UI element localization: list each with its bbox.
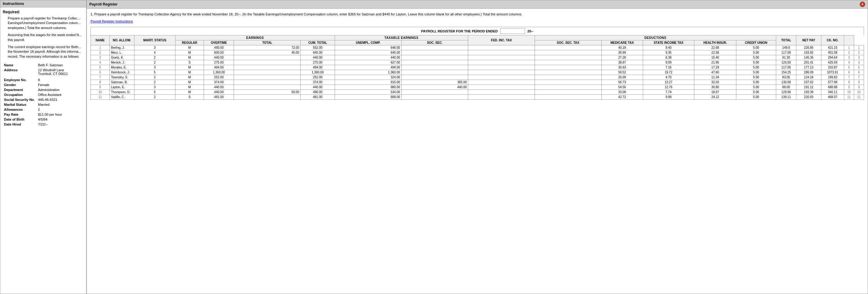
cell-r1-c8[interactable] — [335, 45, 401, 50]
input-r1-c10[interactable] — [469, 46, 533, 49]
cell-r8-c6[interactable] — [234, 80, 301, 84]
input-r1-c9[interactable] — [403, 46, 467, 49]
input-r4-c8[interactable] — [336, 61, 400, 64]
input-r9-c9[interactable] — [403, 85, 467, 89]
input-r9-c11[interactable] — [536, 85, 600, 89]
cell-r10-c8[interactable] — [335, 89, 401, 95]
cell-r2-c11[interactable] — [535, 50, 602, 55]
input-r2-c10[interactable] — [469, 51, 533, 54]
input-r5-c8[interactable] — [336, 66, 400, 69]
input-r4-c10[interactable] — [469, 61, 533, 64]
input-r6-c6[interactable] — [235, 71, 299, 74]
input-r7-c11[interactable] — [536, 76, 600, 79]
cell-r1-c6[interactable] — [234, 45, 301, 50]
input-r6-c11[interactable] — [536, 71, 600, 74]
input-r11-c10[interactable] — [469, 95, 533, 99]
cell-r5-c8[interactable] — [335, 65, 401, 70]
cell-r3-c8[interactable] — [335, 55, 401, 60]
input-r7-c8[interactable] — [336, 76, 400, 79]
input-r6-c8[interactable] — [336, 71, 400, 74]
cell-r6-c11[interactable] — [535, 70, 602, 75]
input-r7-c10[interactable] — [469, 76, 533, 79]
input-r11-c8[interactable] — [336, 95, 400, 99]
cell-r3-c6[interactable] — [234, 55, 301, 60]
cell-r6-c10[interactable] — [468, 70, 535, 75]
input-r1-c6[interactable] — [235, 46, 299, 49]
cell-r7-c6[interactable] — [234, 75, 301, 80]
cell-r4-c8[interactable] — [335, 60, 401, 65]
input-r10-c6[interactable] — [235, 90, 299, 94]
input-r3-c9[interactable] — [403, 56, 467, 59]
cell-r4-c6[interactable] — [234, 60, 301, 65]
input-r1-c11[interactable] — [536, 46, 600, 49]
input-r2-c6[interactable] — [235, 51, 299, 54]
cell-r5-c11[interactable] — [535, 65, 602, 70]
cell-r3-c9[interactable] — [401, 55, 468, 60]
cell-r8-c10[interactable] — [468, 80, 535, 84]
input-r2-c8[interactable] — [336, 51, 400, 54]
input-r10-c11[interactable] — [536, 90, 600, 94]
cell-r8-c8[interactable] — [335, 80, 401, 84]
cell-r7-c8[interactable] — [335, 75, 401, 80]
cell-r4-c11[interactable] — [535, 60, 602, 65]
cell-r9-c11[interactable] — [535, 84, 602, 89]
input-r7-c9[interactable] — [403, 76, 467, 79]
cell-r2-c9[interactable] — [401, 50, 468, 55]
cell-r3-c11[interactable] — [535, 55, 602, 60]
cell-r5-c10[interactable] — [468, 65, 535, 70]
input-r8-c9[interactable] — [403, 80, 467, 84]
cell-r1-c9[interactable] — [401, 45, 468, 50]
cell-r3-c10[interactable] — [468, 55, 535, 60]
cell-r11-c10[interactable] — [468, 95, 535, 99]
cell-r10-c11[interactable] — [535, 89, 602, 95]
input-r8-c11[interactable] — [536, 80, 600, 84]
input-r4-c6[interactable] — [235, 61, 299, 64]
cell-r8-c11[interactable] — [535, 80, 602, 84]
cell-r5-c6[interactable] — [234, 65, 301, 70]
cell-r9-c6[interactable] — [234, 84, 301, 89]
cell-r11-c8[interactable] — [335, 95, 401, 99]
input-r5-c9[interactable] — [403, 66, 467, 69]
cell-r11-c9[interactable] — [401, 95, 468, 99]
input-r9-c6[interactable] — [235, 85, 299, 89]
cell-r10-c10[interactable] — [468, 89, 535, 95]
input-r6-c9[interactable] — [403, 71, 467, 74]
input-r8-c6[interactable] — [235, 80, 299, 84]
input-r11-c11[interactable] — [536, 95, 600, 99]
cell-r8-c9[interactable] — [401, 80, 468, 84]
cell-r4-c9[interactable] — [401, 60, 468, 65]
input-r5-c6[interactable] — [235, 66, 299, 69]
input-r3-c8[interactable] — [336, 56, 400, 59]
input-r9-c10[interactable] — [469, 85, 533, 89]
cell-r11-c11[interactable] — [535, 95, 602, 99]
input-r6-c10[interactable] — [469, 71, 533, 74]
input-r4-c11[interactable] — [536, 61, 600, 64]
cell-r10-c9[interactable] — [401, 89, 468, 95]
cell-r6-c6[interactable] — [234, 70, 301, 75]
cell-r6-c8[interactable] — [335, 70, 401, 75]
input-r4-c9[interactable] — [403, 61, 467, 64]
input-r1-c8[interactable] — [336, 46, 400, 49]
input-r3-c6[interactable] — [235, 56, 299, 59]
cell-r7-c11[interactable] — [535, 75, 602, 80]
input-r5-c11[interactable] — [536, 66, 600, 69]
cell-r5-c9[interactable] — [401, 65, 468, 70]
cell-r7-c10[interactable] — [468, 75, 535, 80]
cell-r10-c6[interactable] — [234, 89, 301, 95]
input-r10-c8[interactable] — [336, 90, 400, 94]
cell-r9-c10[interactable] — [468, 84, 535, 89]
cell-r1-c10[interactable] — [468, 45, 535, 50]
input-r11-c9[interactable] — [403, 95, 467, 99]
cell-r7-c9[interactable] — [401, 75, 468, 80]
cell-r9-c8[interactable] — [335, 84, 401, 89]
cell-r4-c10[interactable] — [468, 60, 535, 65]
input-r2-c11[interactable] — [536, 51, 600, 54]
input-r3-c11[interactable] — [536, 56, 600, 59]
input-r8-c10[interactable] — [469, 80, 533, 84]
input-r2-c9[interactable] — [403, 51, 467, 54]
cell-r2-c10[interactable] — [468, 50, 535, 55]
cell-r2-c6[interactable] — [234, 50, 301, 55]
close-button[interactable]: × — [860, 2, 865, 7]
input-r7-c6[interactable] — [235, 76, 299, 79]
input-r3-c10[interactable] — [469, 56, 533, 59]
